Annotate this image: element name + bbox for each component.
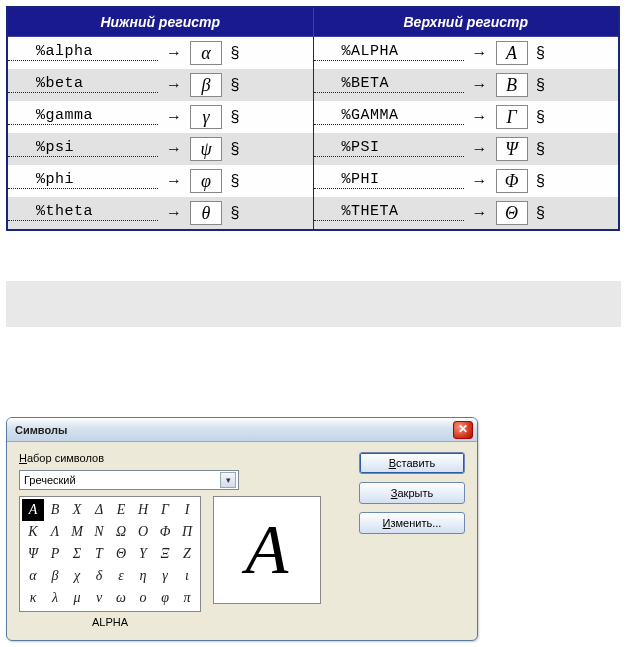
- code-text: %ALPHA: [314, 43, 464, 61]
- grid-cell[interactable]: Φ: [154, 521, 176, 543]
- charset-label: Набор символов: [19, 452, 345, 464]
- grid-cell[interactable]: ω: [110, 587, 132, 609]
- section-mark: §: [222, 44, 248, 62]
- code-text: %psi: [8, 139, 158, 157]
- grid-cell[interactable]: Z: [176, 543, 198, 565]
- grid-cell[interactable]: γ: [154, 565, 176, 587]
- header-upper: Верхний регистр: [313, 7, 619, 37]
- grid-cell[interactable]: o: [132, 587, 154, 609]
- code-text: %theta: [8, 203, 158, 221]
- grid-cell[interactable]: K: [22, 521, 44, 543]
- section-mark: §: [222, 204, 248, 222]
- grid-cell[interactable]: B: [44, 499, 66, 521]
- symbol-box: β: [190, 73, 222, 97]
- table-row: %alpha→α§%ALPHA→A§: [7, 37, 619, 70]
- section-mark: §: [222, 76, 248, 94]
- grid-cell[interactable]: π: [176, 587, 198, 609]
- dialog-titlebar[interactable]: Символы ✕: [7, 418, 477, 442]
- grid-cell[interactable]: Λ: [44, 521, 66, 543]
- grid-cell[interactable]: ν: [88, 587, 110, 609]
- grid-cell[interactable]: M: [66, 521, 88, 543]
- section-mark: §: [528, 172, 554, 190]
- section-mark: §: [528, 44, 554, 62]
- grid-cell[interactable]: Δ: [88, 499, 110, 521]
- grid-cell[interactable]: Ω: [110, 521, 132, 543]
- grid-cell[interactable]: β: [44, 565, 66, 587]
- arrow-icon: →: [158, 204, 190, 222]
- arrow-icon: →: [464, 172, 496, 190]
- grid-cell[interactable]: η: [132, 565, 154, 587]
- symbols-dialog: Символы ✕ Набор символов Греческий ▾ ABX…: [6, 417, 478, 641]
- arrow-icon: →: [158, 108, 190, 126]
- charset-select[interactable]: Греческий ▾: [19, 470, 239, 490]
- grid-caption: ALPHA: [19, 616, 201, 628]
- grid-cell[interactable]: O: [132, 521, 154, 543]
- grid-cell[interactable]: H: [132, 499, 154, 521]
- grid-cell[interactable]: ι: [176, 565, 198, 587]
- grid-cell[interactable]: T: [88, 543, 110, 565]
- grid-cell[interactable]: Y: [132, 543, 154, 565]
- symbol-box: Φ: [496, 169, 528, 193]
- arrow-icon: →: [158, 44, 190, 62]
- arrow-icon: →: [464, 204, 496, 222]
- code-text: %THETA: [314, 203, 464, 221]
- symbol-preview: A: [213, 496, 321, 604]
- section-mark: §: [528, 204, 554, 222]
- arrow-icon: →: [464, 140, 496, 158]
- code-text: %alpha: [8, 43, 158, 61]
- section-mark: §: [528, 108, 554, 126]
- edit-button[interactable]: Изменить...: [359, 512, 465, 534]
- close-button[interactable]: Закрыть: [359, 482, 465, 504]
- arrow-icon: →: [464, 76, 496, 94]
- grid-cell[interactable]: Ψ: [22, 543, 44, 565]
- table-row: %theta→θ§%THETA→Θ§: [7, 197, 619, 230]
- code-text: %phi: [8, 171, 158, 189]
- grid-cell[interactable]: α: [22, 565, 44, 587]
- grid-cell[interactable]: Π: [176, 521, 198, 543]
- grid-cell[interactable]: I: [176, 499, 198, 521]
- code-text: %BETA: [314, 75, 464, 93]
- arrow-icon: →: [464, 44, 496, 62]
- code-text: %PSI: [314, 139, 464, 157]
- arrow-icon: →: [464, 108, 496, 126]
- grid-cell[interactable]: Θ: [110, 543, 132, 565]
- close-icon[interactable]: ✕: [453, 421, 473, 439]
- symbol-box: φ: [190, 169, 222, 193]
- grid-cell[interactable]: N: [88, 521, 110, 543]
- grid-cell[interactable]: χ: [66, 565, 88, 587]
- symbol-box: γ: [190, 105, 222, 129]
- code-text: %PHI: [314, 171, 464, 189]
- grid-cell[interactable]: Γ: [154, 499, 176, 521]
- chevron-down-icon[interactable]: ▾: [220, 472, 236, 488]
- section-mark: §: [528, 76, 554, 94]
- table-row: %gamma→γ§%GAMMA→Γ§: [7, 101, 619, 133]
- insert-button[interactable]: Вставить: [359, 452, 465, 474]
- symbol-box: ψ: [190, 137, 222, 161]
- code-text: %beta: [8, 75, 158, 93]
- arrow-icon: →: [158, 172, 190, 190]
- grid-cell[interactable]: κ: [22, 587, 44, 609]
- grid-cell[interactable]: Ξ: [154, 543, 176, 565]
- grid-cell[interactable]: P: [44, 543, 66, 565]
- section-mark: §: [222, 140, 248, 158]
- character-grid: ABXΔEHΓIKΛMNΩOΦΠΨPΣTΘYΞZαβχδεηγικλμνωoφπ: [19, 496, 201, 612]
- arrow-icon: →: [158, 140, 190, 158]
- code-text: %gamma: [8, 107, 158, 125]
- header-lower: Нижний регистр: [7, 7, 313, 37]
- code-text: %GAMMA: [314, 107, 464, 125]
- grid-cell[interactable]: λ: [44, 587, 66, 609]
- grid-cell[interactable]: φ: [154, 587, 176, 609]
- grid-cell[interactable]: A: [22, 499, 44, 521]
- grid-cell[interactable]: E: [110, 499, 132, 521]
- charset-value: Греческий: [24, 474, 76, 486]
- grid-cell[interactable]: δ: [88, 565, 110, 587]
- symbol-box: Ψ: [496, 137, 528, 161]
- section-mark: §: [222, 108, 248, 126]
- grid-cell[interactable]: X: [66, 499, 88, 521]
- grid-cell[interactable]: μ: [66, 587, 88, 609]
- grid-cell[interactable]: Σ: [66, 543, 88, 565]
- symbol-box: B: [496, 73, 528, 97]
- symbol-box: Θ: [496, 201, 528, 225]
- arrow-icon: →: [158, 76, 190, 94]
- grid-cell[interactable]: ε: [110, 565, 132, 587]
